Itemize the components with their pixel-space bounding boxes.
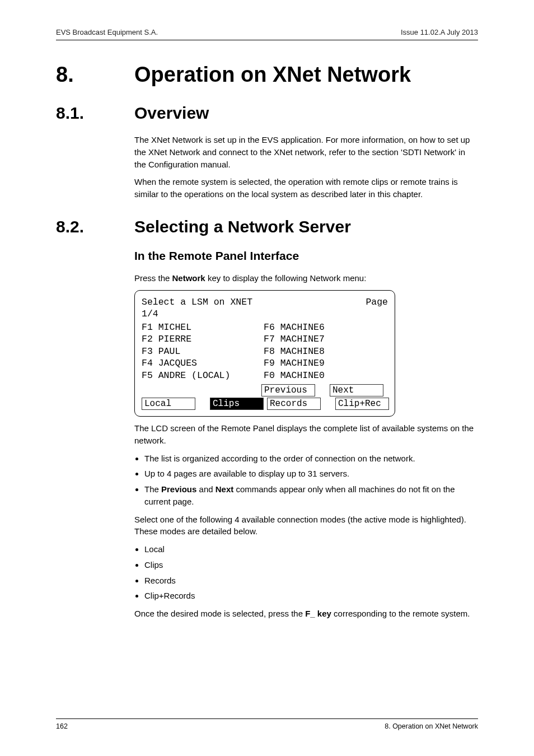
list-item: Clip+Records xyxy=(144,590,478,602)
lcd-row: F2 PIERRE F7 MACHINE7 xyxy=(142,333,388,345)
lcd-cell: F6 MACHINE6 xyxy=(264,321,325,333)
list-item: Records xyxy=(144,575,478,587)
lcd-cell: F0 MACHINE0 xyxy=(264,370,325,381)
text: The xyxy=(144,484,161,494)
lcd-page-label: Page xyxy=(366,296,388,308)
paragraph: Select one of the following 4 available … xyxy=(134,514,478,538)
lcd-cell: F4 JACQUES xyxy=(142,357,264,369)
keyword-next: Next xyxy=(216,484,234,494)
keyword-network: Network xyxy=(172,273,205,283)
text: Once the desired mode is selected, press… xyxy=(134,609,305,618)
softkey-next: Next xyxy=(330,384,383,396)
page: EVS Broadcast Equipment S.A. Issue 11.02… xyxy=(0,0,534,756)
lcd-title: Select a LSM on XNET xyxy=(142,296,252,308)
lcd-cell: F2 PIERRE xyxy=(142,333,264,345)
softkey-previous: Previous xyxy=(261,384,315,396)
lcd-row: F3 PAUL F8 MACHINE8 xyxy=(142,346,388,357)
lcd-header: Select a LSM on XNET Page xyxy=(142,296,388,308)
lcd-server-list: F1 MICHEL F6 MACHINE6 F2 PIERRE F7 MACHI… xyxy=(142,321,388,381)
bullet-list: The list is organized according to the o… xyxy=(134,452,478,508)
chapter-heading: 8. Operation on XNet Network xyxy=(56,63,478,87)
running-footer: 162 8. Operation on XNet Network xyxy=(56,718,478,730)
section-8-1-heading: 8.1. Overview xyxy=(56,104,478,123)
lcd-cell: F1 MICHEL xyxy=(142,321,264,333)
keyword-fkey: F_ key xyxy=(305,609,331,618)
chapter-number: 8. xyxy=(56,63,134,87)
text: and xyxy=(196,484,215,494)
section-8-2-heading: 8.2. Selecting a Network Server xyxy=(56,217,478,236)
paragraph: The LCD screen of the Remote Panel displ… xyxy=(134,422,478,447)
lcd-softkey-row: Previous Next xyxy=(142,384,388,397)
section-number: 8.2. xyxy=(56,217,134,236)
section-8-1-body: The XNet Network is set up in the EVS ap… xyxy=(134,134,478,200)
lcd-cell: F7 MACHINE7 xyxy=(264,333,325,345)
paragraph: When the remote system is selected, the … xyxy=(134,176,478,200)
paragraph: The XNet Network is set up in the EVS ap… xyxy=(134,134,478,170)
lcd-screen: Select a LSM on XNET Page 1/4 F1 MICHEL … xyxy=(134,290,395,417)
list-item: Up to 4 pages are available to display u… xyxy=(144,468,478,480)
lcd-row: F4 JACQUES F9 MACHINE9 xyxy=(142,357,388,369)
lcd-cell: F8 MACHINE8 xyxy=(264,346,325,357)
lcd-softkey-row: Local Clips Records Clip+Rec xyxy=(142,397,388,410)
lcd-cell: F5 ANDRE (LOCAL) xyxy=(142,370,264,381)
chapter-title: Operation on XNet Network xyxy=(134,63,411,87)
lcd-row: F5 ANDRE (LOCAL) F0 MACHINE0 xyxy=(142,370,388,381)
text: corresponding to the remote system. xyxy=(331,609,470,618)
paragraph: Press the Network key to display the fol… xyxy=(134,272,478,284)
keyword-previous: Previous xyxy=(161,484,196,494)
text: key to display the following Network men… xyxy=(205,273,367,283)
softkey-cliprec: Clip+Rec xyxy=(335,398,389,410)
lcd-cell: F9 MACHINE9 xyxy=(264,357,325,369)
subsection-heading: In the Remote Panel Interface xyxy=(134,248,478,264)
header-right: Issue 11.02.A July 2013 xyxy=(401,28,478,36)
lcd-row: F1 MICHEL F6 MACHINE6 xyxy=(142,321,388,333)
list-item: Clips xyxy=(144,559,478,571)
section-title: Selecting a Network Server xyxy=(134,217,351,236)
paragraph: Once the desired mode is selected, press… xyxy=(134,608,478,620)
text: Press the xyxy=(134,273,172,283)
softkey-records: Records xyxy=(267,398,321,410)
lcd-cell: F3 PAUL xyxy=(142,346,264,357)
section-number: 8.1. xyxy=(56,104,134,123)
list-item: Local xyxy=(144,543,478,556)
softkey-local: Local xyxy=(142,398,195,410)
section-8-2-body: In the Remote Panel Interface Press the … xyxy=(134,248,478,620)
lcd-softkeys: Previous Next Local Clips Records Clip+R… xyxy=(142,384,388,410)
footer-section: 8. Operation on XNet Network xyxy=(385,722,478,730)
running-header: EVS Broadcast Equipment S.A. Issue 11.02… xyxy=(56,28,478,40)
header-left: EVS Broadcast Equipment S.A. xyxy=(56,28,158,36)
list-item: The list is organized according to the o… xyxy=(144,452,478,465)
list-item: The Previous and Next commands appear on… xyxy=(144,483,478,508)
section-title: Overview xyxy=(134,104,209,123)
page-number: 162 xyxy=(56,722,68,730)
bullet-list: Local Clips Records Clip+Records xyxy=(134,543,478,602)
softkey-clips-active: Clips xyxy=(210,398,264,410)
lcd-page-indicator: 1/4 xyxy=(142,308,388,320)
